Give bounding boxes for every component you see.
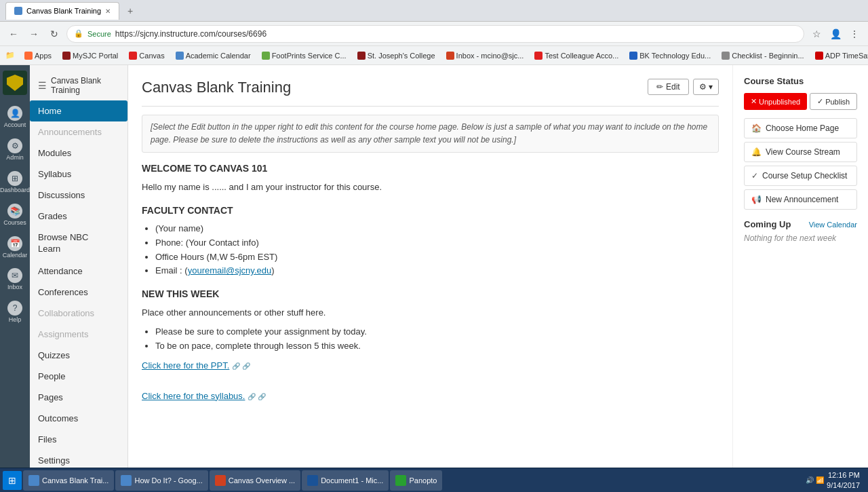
school-logo[interactable] xyxy=(3,71,27,95)
ppt-link-row: Click here for the PPT. 🔗 🔗 xyxy=(142,359,719,373)
welcome-heading: WELCOME TO CANVAS 101 xyxy=(142,161,719,176)
sidebar-item-dashboard[interactable]: ⊞ Dashboard xyxy=(1,167,28,198)
course-nav-collaborations: Collaborations xyxy=(30,303,127,324)
taskbar-icon-2 xyxy=(215,475,226,486)
taskbar-item-3[interactable]: Document1 - Mic... xyxy=(302,470,389,491)
checklist-label: Course Setup Checklist xyxy=(762,171,847,181)
course-nav-quizzes[interactable]: Quizzes xyxy=(30,345,127,366)
contact-item-phone: Phone: (Your Contact info) xyxy=(155,236,719,250)
taskbar-system-area: 🔊 📶 12:16 PM 9/14/2017 xyxy=(800,470,865,490)
help-icon: ? xyxy=(7,301,22,316)
bookmark-test-colleague[interactable]: Test Colleague Acco... xyxy=(530,50,623,61)
bookmark-footprints[interactable]: FootPrints Service C... xyxy=(258,50,351,61)
status-buttons: ✕ Unpublished ✓ Publish xyxy=(744,93,857,110)
edit-button[interactable]: ✏ Edit xyxy=(648,79,689,95)
new-week-heading: NEW THIS WEEK xyxy=(142,286,719,301)
course-nav-outcomes[interactable]: Outcomes xyxy=(30,408,127,429)
course-nav-home[interactable]: Home xyxy=(30,100,127,121)
active-tab[interactable]: Canvas Blank Training ✕ xyxy=(5,2,119,20)
taskbar-item-2[interactable]: Canvas Overview ... xyxy=(210,470,300,491)
course-nav-attendance[interactable]: Attendance xyxy=(30,261,127,282)
bookmark-canvas[interactable]: Canvas xyxy=(125,50,168,61)
choose-home-page-btn[interactable]: 🏠 Choose Home Page xyxy=(744,118,857,138)
tab-close-btn[interactable]: ✕ xyxy=(105,7,111,15)
publish-btn[interactable]: ✓ Publish xyxy=(810,93,857,110)
syllabus-link[interactable]: Click here for the syllabus. xyxy=(142,391,245,401)
sidebar-item-admin[interactable]: ⚙ Admin xyxy=(1,134,28,166)
page-title: Canvas Blank Training xyxy=(142,79,291,96)
course-nav-people[interactable]: People xyxy=(30,366,127,387)
bookmark-inbox[interactable]: Inbox - mcino@sjc... xyxy=(442,50,528,61)
intro-text: Hello my name is ...... and I am your in… xyxy=(142,181,719,195)
choose-home-icon: 🏠 xyxy=(751,124,762,133)
bookmark-checklist[interactable]: Checklist - Beginnin... xyxy=(717,50,808,61)
contact-item-name: (Your name) xyxy=(155,222,719,236)
course-nav-conferences[interactable]: Conferences xyxy=(30,282,127,303)
sidebar-item-calendar[interactable]: 📅 Calendar xyxy=(1,232,28,263)
forward-btn[interactable]: → xyxy=(26,26,42,42)
course-nav-modules[interactable]: Modules xyxy=(30,143,127,164)
right-sidebar: Course Status ✕ Unpublished ✓ Publish 🏠 … xyxy=(732,65,868,492)
taskbar-item-1[interactable]: How Do It? - Goog... xyxy=(115,470,208,491)
menu-btn[interactable]: ⋮ xyxy=(846,26,863,42)
sidebar-item-inbox[interactable]: ✉ Inbox xyxy=(1,264,28,295)
bookmark-favicon xyxy=(24,52,33,60)
ppt-link[interactable]: Click here for the PPT. xyxy=(142,360,229,371)
bookmark-favicon xyxy=(534,52,542,60)
course-nav-grades[interactable]: Grades xyxy=(30,206,127,227)
bookmark-btn[interactable]: ☆ xyxy=(808,26,825,42)
course-nav-syllabus[interactable]: Syllabus xyxy=(30,164,127,185)
bookmark-favicon xyxy=(357,52,366,60)
title-divider xyxy=(142,106,719,107)
title-row: Canvas Blank Training ✏ Edit ⚙ ▾ xyxy=(142,79,719,103)
content-settings-btn[interactable]: ⚙ ▾ xyxy=(693,79,719,95)
main-content: Canvas Blank Training ✏ Edit ⚙ ▾ [Select… xyxy=(128,65,732,492)
bookmark-adp[interactable]: ADP TimeSaver xyxy=(811,50,868,61)
course-nav-pages[interactable]: Pages xyxy=(30,387,127,408)
announcement-icon: 📢 xyxy=(751,195,762,204)
sidebar-item-courses[interactable]: 📚 Courses xyxy=(1,200,28,231)
course-nav-browse-nbc[interactable]: Browse NBCLearn xyxy=(30,227,127,261)
course-nav-discussions[interactable]: Discussions xyxy=(30,185,127,206)
bookmark-stjosephs[interactable]: St. Joseph's College xyxy=(353,50,439,61)
start-btn[interactable]: ⊞ xyxy=(3,471,22,490)
syllabus-link-row: Click here for the syllabus. 🔗 🔗 xyxy=(142,390,719,404)
dashboard-icon: ⊞ xyxy=(7,171,22,186)
course-setup-checklist-btn[interactable]: ✓ Course Setup Checklist xyxy=(744,166,857,186)
reload-btn[interactable]: ↻ xyxy=(46,26,62,42)
bookmark-apps[interactable]: Apps xyxy=(20,50,56,61)
bookmark-favicon xyxy=(815,52,823,60)
taskbar-item-4[interactable]: Panopto xyxy=(390,470,442,491)
address-bar[interactable]: 🔒 Secure https://sjcny.instructure.com/c… xyxy=(66,25,804,43)
new-tab-btn[interactable]: + xyxy=(122,2,138,20)
hamburger-icon[interactable]: ☰ xyxy=(38,80,47,91)
sidebar-item-help[interactable]: ? Help xyxy=(1,297,28,328)
bookmark-favicon xyxy=(722,52,730,60)
new-announcement-btn[interactable]: 📢 New Announcement xyxy=(744,189,857,210)
taskbar-time-display: 12:16 PM xyxy=(827,470,860,480)
new-week-text: Place other announcements or other stuff… xyxy=(142,306,719,320)
inbox-icon: ✉ xyxy=(7,268,22,283)
sidebar-item-account[interactable]: 👤 Account xyxy=(1,102,28,133)
bookmarks-label: 📁 xyxy=(5,51,15,60)
edit-icon: ✏ xyxy=(656,82,663,92)
app-layout: 👤 Account ⚙ Admin ⊞ Dashboard 📚 Courses … xyxy=(0,65,868,492)
bookmark-favicon xyxy=(629,52,637,60)
bookmark-mysjc[interactable]: MySJC Portal xyxy=(58,50,122,61)
bookmark-favicon xyxy=(446,52,454,60)
unpublished-btn[interactable]: ✕ Unpublished xyxy=(744,93,807,110)
publish-icon: ✓ xyxy=(817,97,823,106)
taskbar-clock: 12:16 PM 9/14/2017 xyxy=(827,470,860,490)
taskbar-item-0[interactable]: Canvas Blank Trai... xyxy=(23,470,114,491)
bullet-item-1: Please be sure to complete your assignme… xyxy=(155,325,719,339)
bookmark-favicon xyxy=(176,52,184,60)
profile-btn[interactable]: 👤 xyxy=(827,26,844,42)
address-text: https://sjcny.instructure.com/courses/66… xyxy=(115,29,797,39)
view-course-stream-btn[interactable]: 🔔 View Course Stream xyxy=(744,142,857,162)
back-btn[interactable]: ← xyxy=(5,26,22,42)
bookmark-bk[interactable]: BK Technology Edu... xyxy=(625,50,715,61)
course-nav-files[interactable]: Files xyxy=(30,429,127,450)
email-link[interactable]: youremail@sjcny.edu xyxy=(188,265,272,276)
bookmark-academic-cal[interactable]: Academic Calendar xyxy=(172,50,255,61)
view-calendar-link[interactable]: View Calendar xyxy=(809,221,857,229)
